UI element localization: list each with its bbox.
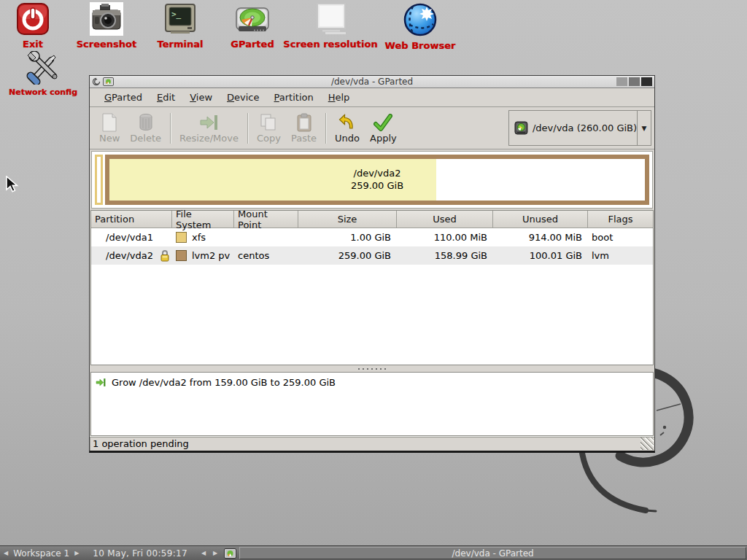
- resize-move-button[interactable]: Resize/Move: [174, 111, 244, 146]
- menu-device[interactable]: Device: [221, 90, 265, 105]
- toolbar-separator: [247, 113, 248, 144]
- task-button-gparted[interactable]: /dev/vda - GParted: [239, 547, 746, 559]
- flags-cell: boot: [588, 228, 653, 246]
- lock-icon: [160, 249, 170, 262]
- desktop-icon-label: Web Browser: [382, 40, 458, 51]
- size-cell: 1.00 GiB: [298, 228, 397, 246]
- flags-cell: lvm: [588, 246, 653, 265]
- partition-cell: /dev/vda2: [91, 246, 172, 265]
- apply-button[interactable]: Apply: [365, 111, 402, 146]
- menu-gparted[interactable]: GParted: [98, 90, 148, 105]
- svg-text:>_: >_: [171, 9, 182, 19]
- maximize-button[interactable]: [629, 77, 640, 86]
- task-prev-icon[interactable]: ◀: [198, 550, 209, 556]
- apply-icon: [374, 113, 392, 133]
- menu-edit[interactable]: Edit: [151, 90, 181, 105]
- delete-button[interactable]: Delete: [125, 111, 166, 146]
- filesystem-cell: xfs: [172, 228, 234, 246]
- partition-bar-vda2[interactable]: /dev/vda2 259.00 GiB: [105, 155, 649, 205]
- mount-point-cell: [234, 228, 298, 246]
- disk-graphic-panel: /dev/vda2 259.00 GiB: [90, 149, 654, 210]
- partition-cell: /dev/vda1: [91, 228, 172, 246]
- workspace-next-icon[interactable]: ▶: [71, 550, 82, 556]
- grow-operation-icon: [96, 378, 107, 387]
- desktop-icon-label: GParted: [220, 39, 285, 50]
- task-next-icon[interactable]: ▶: [209, 550, 221, 556]
- delete-icon: [138, 113, 154, 133]
- toolbar-separator: [325, 113, 326, 144]
- operation-item: Grow /dev/vda2 from 159.00 GiB to 259.00…: [96, 377, 649, 388]
- taskbar: ◀ Workspace 1 ▶ 10 May, Fri 00:59:17 ◀ ▶…: [0, 545, 747, 560]
- partition-bar-size: 259.00 GiB: [351, 180, 403, 192]
- monitor-icon: [312, 2, 349, 36]
- terminal-icon: >_: [163, 2, 197, 36]
- wm-swirl-icon: [92, 77, 101, 86]
- taskbar-gparted-icon: [224, 548, 236, 559]
- unused-cell: 914.00 MiB: [493, 228, 588, 246]
- operation-text: Grow /dev/vda2 from 159.00 GiB to 259.00…: [112, 377, 336, 388]
- desktop-icon-exit[interactable]: Exit: [12, 2, 54, 50]
- status-text: 1 operation pending: [93, 438, 189, 449]
- undo-button[interactable]: Undo: [330, 111, 365, 146]
- device-disk-icon: [514, 121, 528, 135]
- undo-icon: [338, 113, 356, 133]
- menu-view[interactable]: View: [184, 90, 218, 105]
- copy-button[interactable]: Copy: [252, 111, 286, 146]
- partition-bar-vda1[interactable]: [95, 155, 103, 205]
- desktop-icon-label: Screen resolution: [282, 39, 379, 50]
- device-selector-value: /dev/vda (260.00 GiB): [533, 122, 637, 133]
- filesystem-cell: lvm2 pv: [172, 246, 234, 265]
- desktop-icon-screen-resolution[interactable]: Screen resolution: [282, 2, 379, 50]
- disk-graphic-canvas: /dev/vda2 259.00 GiB: [91, 151, 653, 209]
- menu-partition[interactable]: Partition: [268, 90, 320, 105]
- fs-color-swatch: [176, 250, 187, 261]
- gparted-disk-icon: [234, 2, 271, 36]
- window-titlebar[interactable]: /dev/vda - GParted: [90, 76, 654, 88]
- toolbar-separator: [170, 113, 171, 144]
- paste-button[interactable]: Paste: [286, 111, 322, 146]
- header-file-system: File System: [172, 211, 234, 228]
- close-button[interactable]: [641, 77, 652, 86]
- resize-move-icon: [199, 113, 220, 133]
- header-mount-point: Mount Point: [234, 211, 298, 228]
- power-icon: [16, 2, 50, 36]
- desktop-icon-network-config[interactable]: Network config: [9, 51, 76, 97]
- chevron-down-icon: ▼: [638, 125, 651, 132]
- header-used: Used: [397, 211, 493, 228]
- window-title: /dev/vda - GParted: [90, 77, 654, 87]
- table-row-vda2[interactable]: /dev/vda2 lvm2 pv centos 259.00 GiB 158.…: [91, 246, 653, 265]
- gparted-window: /dev/vda - GParted GParted Edit View Dev…: [89, 75, 655, 453]
- fs-color-swatch: [176, 232, 187, 243]
- new-button[interactable]: New: [94, 111, 125, 146]
- tools-icon: [25, 51, 60, 85]
- header-flags: Flags: [588, 211, 653, 228]
- device-selector[interactable]: /dev/vda (260.00 GiB) ▼: [508, 110, 651, 146]
- header-unused: Unused: [493, 211, 588, 228]
- used-cell: 110.00 MiB: [397, 228, 493, 246]
- partition-table: Partition File System Mount Point Size U…: [90, 210, 654, 365]
- camera-icon: [90, 2, 123, 36]
- size-cell: 259.00 GiB: [298, 246, 397, 265]
- minimize-button[interactable]: [616, 77, 627, 86]
- resize-grip[interactable]: [640, 438, 654, 450]
- desktop-icon-label: Network config: [9, 88, 76, 97]
- desktop-icon-screenshot[interactable]: Screenshot: [75, 2, 138, 50]
- copy-icon: [260, 113, 277, 133]
- workspace-prev-icon[interactable]: ◀: [0, 550, 12, 556]
- splitter-handle-icon: [355, 368, 389, 370]
- partition-bar-label: /dev/vda2: [354, 168, 401, 180]
- desktop-icon-web-browser[interactable]: Web Browser: [382, 2, 458, 51]
- desktop-icon-terminal[interactable]: >_ Terminal: [150, 2, 211, 50]
- workspace-label[interactable]: Workspace 1: [12, 548, 71, 559]
- new-partition-icon: [101, 113, 117, 133]
- pane-splitter[interactable]: [90, 365, 654, 372]
- toolbar: New Delete Resize/Move Copy Paste: [90, 107, 654, 149]
- taskbar-clock: 10 May, Fri 00:59:17: [82, 548, 198, 559]
- table-row-vda1[interactable]: /dev/vda1 xfs 1.00 GiB 110.00 MiB 914.00…: [91, 228, 653, 246]
- status-bar: 1 operation pending: [90, 436, 654, 451]
- mount-point-cell: centos: [234, 246, 298, 265]
- paste-icon: [296, 113, 312, 133]
- pending-operations-panel: Grow /dev/vda2 from 159.00 GiB to 259.00…: [90, 372, 654, 436]
- desktop-icon-gparted[interactable]: GParted: [220, 2, 285, 50]
- menu-help[interactable]: Help: [322, 90, 356, 105]
